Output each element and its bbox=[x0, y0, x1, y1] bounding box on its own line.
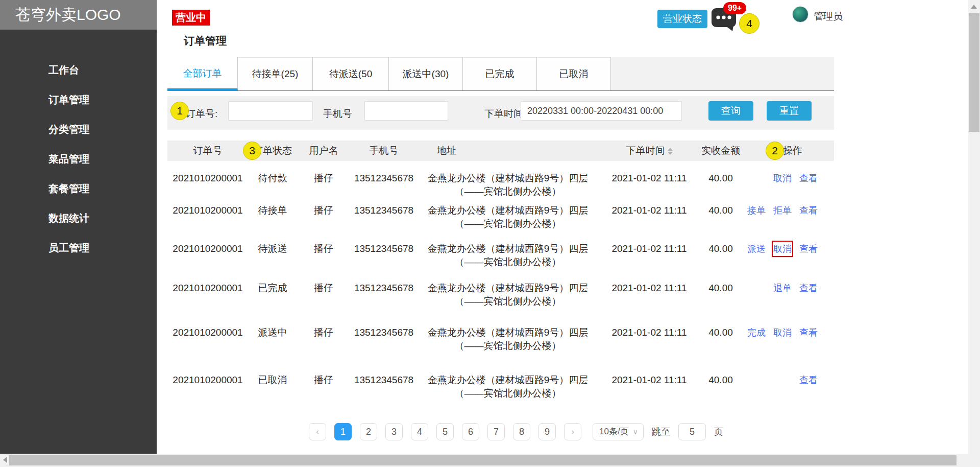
sidebar-item-4[interactable]: 套餐管理 bbox=[0, 174, 157, 203]
vertical-scrollbar[interactable] bbox=[968, 0, 980, 454]
page-button-5[interactable]: 5 bbox=[436, 423, 454, 440]
action-link-查看[interactable]: 查看 bbox=[799, 326, 818, 339]
sidebar-item-2[interactable]: 分类管理 bbox=[0, 114, 157, 144]
cell-time: 2021-01-02 11:11 bbox=[606, 326, 692, 339]
tab-item-0[interactable]: 全部订单 bbox=[167, 57, 238, 90]
prev-page-button[interactable]: ‹ bbox=[309, 423, 326, 440]
col-header-order-no: 订单号 bbox=[167, 141, 248, 161]
cell-user: 播仔 bbox=[303, 242, 344, 255]
address-line1: 金燕龙办公楼（建材城西路9号）四层 bbox=[424, 373, 592, 387]
order-no-input[interactable] bbox=[228, 101, 313, 121]
order-time-range-input[interactable] bbox=[521, 101, 682, 121]
open-status-badge: 营业中 bbox=[172, 10, 210, 26]
reset-button[interactable]: 重置 bbox=[767, 101, 812, 121]
col-header-amount: 实收金额 bbox=[690, 141, 751, 161]
action-link-查看[interactable]: 查看 bbox=[799, 204, 818, 217]
action-link-查看[interactable]: 查看 bbox=[799, 373, 818, 387]
phone-input[interactable] bbox=[364, 101, 448, 121]
scroll-up-arrow-icon[interactable] bbox=[971, 5, 977, 9]
page-button-3[interactable]: 3 bbox=[385, 423, 403, 440]
page-button-6[interactable]: 6 bbox=[462, 423, 479, 440]
cell-time: 2021-01-02 11:11 bbox=[606, 282, 692, 295]
address-line1: 金燕龙办公楼（建材城西路9号）四层 bbox=[424, 282, 592, 295]
page-button-7[interactable]: 7 bbox=[487, 423, 505, 440]
page-button-9[interactable]: 9 bbox=[538, 423, 556, 440]
cell-phone: 13512345678 bbox=[344, 282, 424, 295]
cell-time: 2021-01-02 11:11 bbox=[606, 242, 692, 255]
cell-user: 播仔 bbox=[303, 282, 344, 295]
cell-user: 播仔 bbox=[303, 172, 344, 185]
avatar[interactable] bbox=[792, 6, 808, 22]
page-button-8[interactable]: 8 bbox=[513, 423, 530, 440]
jump-page-input[interactable] bbox=[678, 423, 706, 440]
tab-item-2[interactable]: 待派送(50 bbox=[313, 57, 389, 90]
order-tabs: 全部订单待接单(25)待派送(50派送中(30)已完成已取消 bbox=[167, 57, 834, 91]
action-link-派送[interactable]: 派送 bbox=[747, 242, 766, 255]
action-link-完成[interactable]: 完成 bbox=[747, 326, 766, 339]
cell-user: 播仔 bbox=[303, 373, 344, 387]
jump-label: 跳至 bbox=[652, 426, 670, 438]
table-row-2: 2021010200001待派送播仔13512345678金燕龙办公楼（建材城西… bbox=[167, 242, 834, 273]
cell-time: 2021-01-02 11:11 bbox=[606, 373, 692, 387]
admin-label: 管理员 bbox=[814, 10, 843, 23]
address-line1: 金燕龙办公楼（建材城西路9号）四层 bbox=[424, 326, 592, 339]
address-line2: （——宾馆北侧办公楼） bbox=[424, 295, 592, 308]
page-button-4[interactable]: 4 bbox=[411, 423, 428, 440]
action-link-拒单[interactable]: 拒单 bbox=[773, 204, 792, 217]
cell-status: 已取消 bbox=[248, 373, 297, 387]
page-button-1[interactable]: 1 bbox=[334, 423, 352, 440]
address-line1: 金燕龙办公楼（建材城西路9号）四层 bbox=[424, 242, 592, 255]
page-button-2[interactable]: 2 bbox=[360, 423, 377, 440]
sidebar-item-5[interactable]: 数据统计 bbox=[0, 203, 157, 233]
pagination: ‹123456789›10条/页∨跳至页 bbox=[167, 423, 834, 440]
sort-icon[interactable] bbox=[668, 148, 673, 155]
next-page-button[interactable]: › bbox=[564, 423, 581, 440]
page-title: 订单管理 bbox=[184, 34, 227, 48]
tab-item-5[interactable]: 已取消 bbox=[537, 57, 611, 90]
horizontal-scrollbar-thumb[interactable] bbox=[9, 455, 957, 465]
tab-item-3[interactable]: 派送中(30) bbox=[389, 57, 463, 90]
cell-order-no: 2021010200001 bbox=[167, 172, 248, 185]
cell-address: 金燕龙办公楼（建材城西路9号）四层（——宾馆北侧办公楼） bbox=[424, 172, 592, 198]
col-header-phone: 手机号 bbox=[344, 141, 424, 161]
cell-phone: 13512345678 bbox=[344, 326, 424, 339]
chevron-down-icon: ∨ bbox=[633, 428, 638, 436]
cell-order-no: 2021010200001 bbox=[167, 242, 248, 255]
action-link-查看[interactable]: 查看 bbox=[799, 282, 818, 295]
order-no-label: 订单号: bbox=[186, 107, 217, 121]
action-link-接单[interactable]: 接单 bbox=[747, 204, 766, 217]
sidebar-item-6[interactable]: 员工管理 bbox=[0, 233, 157, 263]
action-link-取消[interactable]: 取消 bbox=[773, 242, 792, 255]
tab-item-4[interactable]: 已完成 bbox=[463, 57, 537, 90]
action-link-查看[interactable]: 查看 bbox=[799, 172, 818, 185]
col-header-user: 用户名 bbox=[303, 141, 344, 161]
scroll-left-arrow-icon[interactable] bbox=[3, 457, 7, 463]
annotation-circle-4: 4 bbox=[739, 13, 760, 34]
horizontal-scrollbar[interactable] bbox=[0, 454, 980, 467]
page-size-select[interactable]: 10条/页∨ bbox=[593, 423, 644, 440]
cell-amount: 40.00 bbox=[690, 282, 751, 295]
action-link-取消[interactable]: 取消 bbox=[773, 326, 792, 339]
vertical-scrollbar-thumb[interactable] bbox=[969, 13, 979, 132]
col-header-time[interactable]: 下单时间 bbox=[606, 141, 692, 161]
cell-actions: 派送取消查看 bbox=[749, 242, 818, 255]
tab-item-1[interactable]: 待接单(25) bbox=[238, 57, 313, 90]
search-button[interactable]: 查询 bbox=[708, 101, 753, 121]
cell-user: 播仔 bbox=[303, 326, 344, 339]
order-time-label: 下单时间 bbox=[484, 107, 523, 121]
business-status-button[interactable]: 营业状态 bbox=[657, 10, 707, 28]
cell-time: 2021-01-02 11:11 bbox=[606, 204, 692, 217]
cell-address: 金燕龙办公楼（建材城西路9号）四层（——宾馆北侧办公楼） bbox=[424, 373, 592, 400]
cell-amount: 40.00 bbox=[690, 172, 751, 185]
cell-amount: 40.00 bbox=[690, 242, 751, 255]
notification-count-badge: 99+ bbox=[723, 2, 746, 14]
cell-phone: 13512345678 bbox=[344, 204, 424, 217]
sidebar-item-0[interactable]: 工作台 bbox=[0, 55, 157, 85]
address-line1: 金燕龙办公楼（建材城西路9号）四层 bbox=[424, 204, 592, 217]
sidebar-item-1[interactable]: 订单管理 bbox=[0, 85, 157, 114]
action-link-取消[interactable]: 取消 bbox=[773, 172, 792, 185]
action-link-查看[interactable]: 查看 bbox=[799, 242, 818, 255]
action-link-退单[interactable]: 退单 bbox=[773, 282, 792, 295]
cell-address: 金燕龙办公楼（建材城西路9号）四层（——宾馆北侧办公楼） bbox=[424, 242, 592, 269]
sidebar-item-3[interactable]: 菜品管理 bbox=[0, 144, 157, 174]
